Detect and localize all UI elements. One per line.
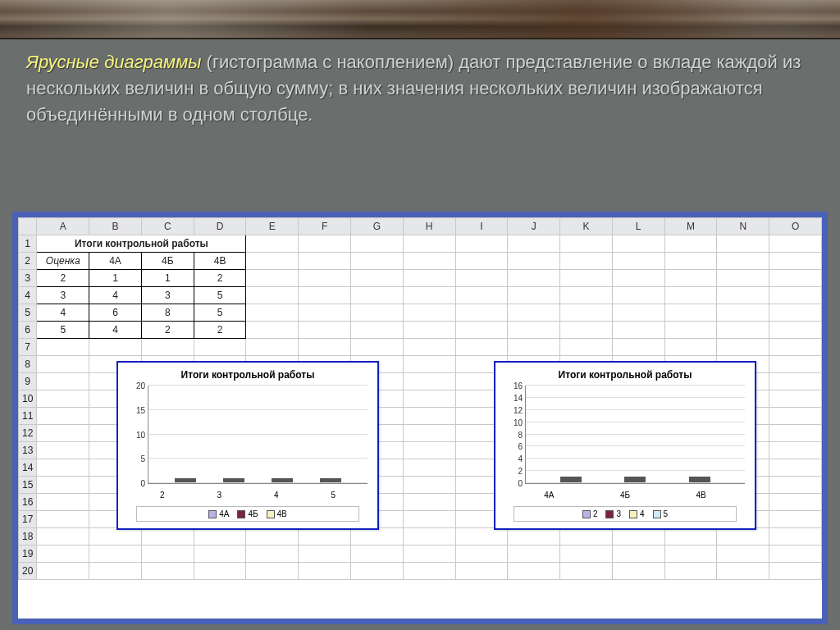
chart-right: Итоги контрольной работы 0246810121416 4…	[494, 361, 756, 530]
chart-legend: 2345	[514, 506, 737, 522]
x-axis-labels: 4А4Б4В	[495, 487, 755, 504]
spreadsheet-frame: ABCDEFGHIJKLMNO1Итоги контрольной работы…	[12, 212, 828, 624]
spreadsheet-area: ABCDEFGHIJKLMNO1Итоги контрольной работы…	[18, 217, 822, 619]
chart-plot-area: 05101520	[148, 386, 368, 484]
chart-title: Итоги контрольной работы	[118, 369, 377, 381]
chart-plot-area: 0246810121416	[525, 386, 745, 484]
chart-left: Итоги контрольной работы 05101520 2345 4…	[116, 361, 379, 530]
decorative-header-band	[0, 0, 840, 39]
x-axis-labels: 2345	[118, 487, 377, 504]
chart-legend: 4А4Б4В	[136, 506, 359, 522]
slide-description: Ярусные диаграммы (гистограмма с накопле…	[26, 49, 815, 128]
highlight-term: Ярусные диаграммы	[26, 52, 201, 72]
chart-title: Итоги контрольной работы	[495, 369, 755, 381]
